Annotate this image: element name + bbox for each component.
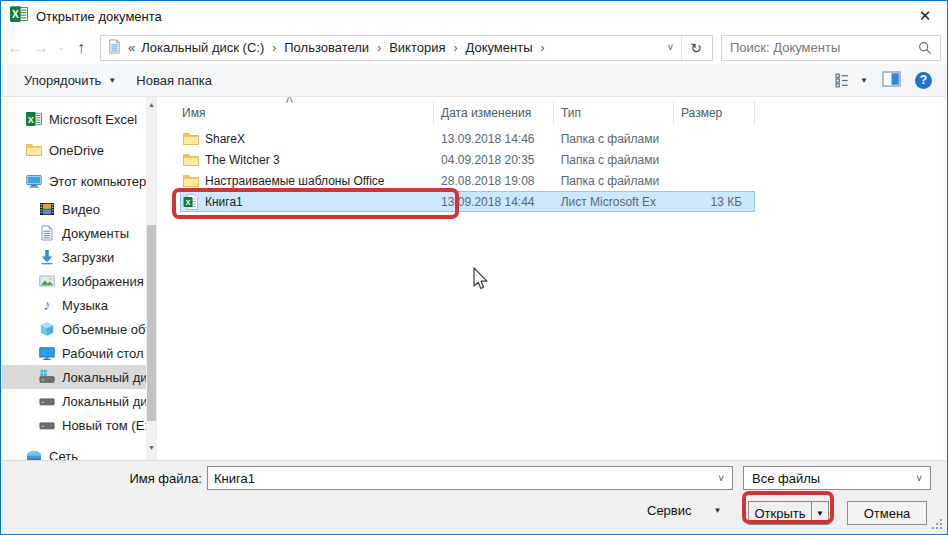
command-bar: Упорядочить ▼ Новая папка ▼ ?	[2, 64, 946, 97]
sidebar-item-network[interactable]: Сеть	[2, 444, 146, 460]
svg-text:X: X	[12, 9, 19, 20]
sidebar-item-pictures[interactable]: Изображения	[2, 269, 146, 293]
sidebar-item-label: Документы	[62, 226, 129, 241]
up-button[interactable]: ↑	[68, 40, 94, 56]
help-button[interactable]: ?	[915, 72, 932, 89]
sidebar-item-label: Загрузки	[62, 250, 114, 265]
search-box[interactable]	[721, 35, 941, 61]
file-name: Книга1	[205, 195, 243, 209]
sidebar-item-music[interactable]: ♪Музыка	[2, 293, 146, 317]
close-button[interactable]: ✕	[903, 1, 947, 31]
column-header-3[interactable]: Размер	[674, 101, 755, 125]
scroll-up-icon[interactable]: ▲	[146, 99, 157, 111]
view-dropdown-icon: ▼	[860, 76, 868, 85]
sort-ascending-icon[interactable]: ᐱ	[286, 97, 293, 105]
sidebar-item-label: Новый том (E:)	[62, 418, 146, 433]
breadcrumb-item[interactable]: Локальный диск (C:)	[139, 40, 266, 55]
tools-label: Сервис	[647, 503, 692, 518]
sidebar-item-downloads[interactable]: Загрузки	[2, 245, 146, 269]
forward-button[interactable]: →	[28, 40, 54, 56]
sidebar-item-local-disk-d[interactable]: Локальный дис	[2, 389, 146, 413]
sidebar-item-label: Microsoft Excel	[49, 112, 137, 127]
organize-button[interactable]: Упорядочить ▼	[14, 64, 126, 96]
breadcrumb-item[interactable]: Пользователи	[282, 40, 371, 55]
sidebar-scrollbar[interactable]: ▲ ▼	[146, 97, 157, 460]
filetype-combobox[interactable]: Все файлы ˅	[743, 466, 931, 490]
tools-dropdown-icon: ▼	[714, 506, 722, 515]
file-row[interactable]: ShareX13.09.2018 14:46Папка с файлами	[180, 128, 755, 149]
sidebar-item-local-disk-c[interactable]: Локальный дис	[2, 365, 146, 389]
open-dropdown-icon[interactable]: ▼	[811, 502, 828, 524]
filename-combobox[interactable]: ˅	[207, 466, 733, 490]
sidebar-item-label: Сеть	[49, 449, 78, 461]
address-bar[interactable]: « Локальный диск (C:)›Пользователи›Викто…	[100, 35, 713, 61]
address-dropdown-chevron-icon[interactable]: ˅	[659, 42, 681, 53]
change-view-button[interactable]: ▼	[835, 73, 868, 88]
search-icon[interactable]	[910, 41, 940, 55]
excel-file-icon: X	[183, 194, 199, 210]
sidebar-item-microsoft-excel[interactable]: XMicrosoft Excel	[2, 107, 146, 131]
svg-text:X: X	[185, 197, 190, 206]
breadcrumb-chevron-icon[interactable]: ›	[534, 41, 550, 55]
file-rows: ShareX13.09.2018 14:46Папка с файламиThe…	[158, 127, 946, 212]
main-area: XMicrosoft ExcelOneDriveЭтот компьютерВи…	[2, 97, 946, 460]
breadcrumb-chevron-icon[interactable]: ›	[371, 41, 387, 55]
column-header-0[interactable]: Имя	[180, 101, 434, 125]
open-button[interactable]: Открыть	[749, 502, 811, 524]
filetype-value: Все файлы	[744, 471, 908, 486]
sidebar-item-label: Этот компьютер	[49, 174, 146, 189]
column-header-1[interactable]: Дата изменения	[434, 101, 554, 125]
cube-icon	[39, 321, 55, 337]
computer-icon	[26, 173, 42, 189]
sidebar-item-documents[interactable]: Документы	[2, 221, 146, 245]
back-button[interactable]: ←	[2, 40, 28, 56]
new-folder-button[interactable]: Новая папка	[126, 64, 222, 96]
cancel-button[interactable]: Отмена	[847, 501, 927, 525]
preview-pane-button[interactable]	[882, 71, 901, 90]
filename-input[interactable]	[208, 471, 710, 486]
file-row[interactable]: The Witcher 304.09.2018 20:35Папка с фай…	[180, 149, 755, 170]
breadcrumb-item[interactable]: Документы	[463, 40, 534, 55]
dialog-title: Открытие документа	[36, 9, 162, 24]
folder-icon	[183, 173, 199, 189]
desktop-icon	[39, 345, 55, 361]
column-header-2[interactable]: Тип	[554, 101, 674, 125]
file-date: 28.08.2018 19:08	[434, 174, 554, 188]
file-row[interactable]: XКнига113.09.2018 14:44Лист Microsoft Ex…	[180, 191, 755, 212]
file-date: 13.09.2018 14:44	[434, 195, 554, 209]
document-icon	[39, 225, 55, 241]
folder-icon	[183, 131, 199, 147]
sidebar-item-new-volume-e[interactable]: Новый том (E:)	[2, 413, 146, 437]
tools-menu-button[interactable]: Сервис ▼	[647, 503, 721, 518]
downloads-icon	[39, 249, 55, 265]
filename-dropdown-chevron-icon[interactable]: ˅	[710, 473, 732, 484]
recent-locations-chevron-icon[interactable]: ⌄	[54, 43, 68, 52]
scrollbar-thumb[interactable]	[147, 225, 156, 421]
open-document-dialog: X Открытие документа ✕ ← → ⌄ ↑ « Локальн…	[0, 0, 948, 535]
sidebar-item-3d-objects[interactable]: Объемные объе	[2, 317, 146, 341]
breadcrumb-overflow-chevron[interactable]: «	[128, 40, 135, 55]
open-split-button[interactable]: Открыть ▼	[748, 501, 829, 525]
sidebar-item-label: Локальный дис	[62, 394, 146, 409]
resize-grip[interactable]	[931, 516, 943, 528]
file-name: Настраиваемые шаблоны Office	[205, 174, 385, 188]
disk-icon	[39, 417, 55, 433]
search-input[interactable]	[722, 40, 910, 55]
file-type: Папка с файлами	[554, 132, 674, 146]
sidebar-item-this-pc[interactable]: Этот компьютер	[2, 169, 146, 193]
title-bar: X Открытие документа ✕	[1, 1, 947, 31]
file-row[interactable]: Настраиваемые шаблоны Office28.08.2018 1…	[180, 170, 755, 191]
sidebar-item-label: Изображения	[62, 274, 144, 289]
music-icon: ♪	[39, 297, 55, 313]
breadcrumb-item[interactable]: Виктория	[387, 40, 447, 55]
refresh-icon[interactable]: ↻	[681, 36, 710, 60]
scroll-down-icon[interactable]: ▼	[146, 442, 157, 454]
sidebar-item-label: Локальный дис	[62, 370, 146, 385]
sidebar-item-desktop[interactable]: Рабочий стол	[2, 341, 146, 365]
sidebar-item-onedrive[interactable]: OneDrive	[2, 138, 146, 162]
breadcrumb-chevron-icon[interactable]: ›	[266, 41, 282, 55]
button-row: Сервис ▼ Открыть ▼ Отмена	[2, 495, 946, 531]
file-name: ShareX	[205, 132, 245, 146]
sidebar-item-video[interactable]: Видео	[2, 197, 146, 221]
breadcrumb-chevron-icon[interactable]: ›	[447, 41, 463, 55]
